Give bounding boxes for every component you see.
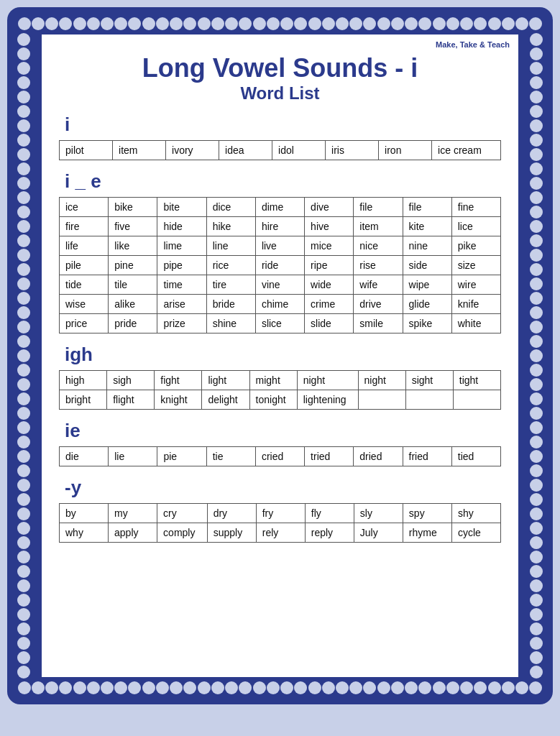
scallop-circle — [225, 17, 238, 30]
table-cell: mice — [305, 236, 354, 256]
scallop-circle — [530, 335, 543, 348]
scallop-circle — [433, 17, 446, 30]
scallop-circle — [73, 17, 86, 30]
table-cell: file — [354, 198, 403, 217]
table-cell: arise — [157, 295, 206, 314]
table-cell: night — [358, 371, 405, 390]
scallop-circle — [530, 234, 543, 247]
scallop-circle — [17, 191, 30, 204]
scallop-circle — [530, 33, 543, 46]
table-cell: wire — [451, 275, 500, 295]
table-cell: dried — [354, 447, 403, 466]
scallop-circle — [17, 76, 30, 89]
scallop-circle — [530, 277, 543, 290]
table-cell: rhyme — [403, 523, 451, 543]
scallop-circle — [17, 407, 30, 420]
scallop-circle — [17, 220, 30, 233]
table-cell: iris — [326, 141, 379, 160]
scallop-circle — [17, 162, 30, 175]
scallop-circle — [17, 579, 30, 592]
scallop-circle — [17, 349, 30, 362]
brand-label: Make, Take & Teach — [436, 40, 510, 49]
table-cell: price — [60, 314, 109, 334]
table-cell: die — [60, 447, 109, 466]
scallop-circle — [17, 277, 30, 290]
scallop-circle — [17, 148, 30, 161]
scallop-circle — [17, 292, 30, 305]
table-cell: July — [354, 523, 403, 543]
scallop-circle — [17, 134, 30, 147]
table-cell: item — [113, 141, 166, 160]
scallop-circle — [18, 681, 31, 694]
table-cell: iron — [379, 141, 432, 160]
scallop-circle — [17, 263, 30, 276]
table-cell: cycle — [451, 523, 500, 543]
scallop-circle — [502, 17, 515, 30]
table-cell: dive — [305, 198, 354, 217]
table-cell: wide — [305, 275, 354, 295]
table-cell: pine — [109, 256, 157, 275]
table-row: icebikebitedicedimedivefilefilefine — [60, 198, 501, 217]
table-cell: pile — [60, 256, 109, 275]
scallop-circle — [474, 17, 487, 30]
scallop-circle — [17, 479, 30, 492]
scallop-circle — [530, 594, 543, 607]
scallop-circle — [530, 407, 543, 420]
table-cell: fried — [403, 447, 451, 466]
table-cell: hide — [157, 217, 206, 236]
scallop-circle — [529, 17, 542, 30]
table-cell: size — [451, 256, 500, 275]
table-cell: cry — [157, 504, 208, 523]
scallop-circle — [418, 17, 431, 30]
table-cell: fight — [155, 371, 202, 390]
table-cell: lie — [109, 447, 157, 466]
scallop-circle — [17, 392, 30, 405]
table-cell: slide — [305, 314, 354, 334]
scallop-circle — [114, 17, 127, 30]
scallop-circle — [198, 681, 211, 694]
scallop-circle — [488, 681, 501, 694]
scallop-circle — [87, 681, 100, 694]
scallop-circle — [211, 17, 224, 30]
table-row: bymycrydryfryflyslyspyshy — [60, 504, 501, 523]
table-cell: wise — [60, 295, 109, 314]
scallop-circle — [529, 681, 542, 694]
scallop-circle — [45, 681, 58, 694]
scallop-circle — [239, 17, 252, 30]
scallop-circle — [87, 17, 100, 30]
table-cell: drive — [354, 295, 403, 314]
scallop-circle — [17, 608, 30, 621]
table-cell: lime — [157, 236, 206, 256]
scallop-circle — [530, 565, 543, 578]
scallop-circle — [128, 17, 141, 30]
scallop-circle — [530, 522, 543, 535]
scallop-bottom — [17, 681, 543, 694]
table-cell: shine — [206, 314, 255, 334]
scallop-circle — [17, 378, 30, 391]
scallop-circle — [17, 450, 30, 463]
scallop-circle — [17, 436, 30, 448]
scallop-circle — [17, 507, 30, 520]
scallop-circle — [253, 17, 266, 30]
table-cell: ice cream — [432, 141, 501, 160]
scallop-circle — [363, 681, 376, 694]
table-cell: tire — [206, 275, 255, 295]
scallop-circle — [17, 536, 30, 549]
table-cell: apply — [109, 523, 157, 543]
section-heading-igh: igh — [65, 344, 501, 366]
scallop-circle — [17, 335, 30, 348]
scallop-circle — [198, 17, 211, 30]
table-cell: pike — [451, 236, 500, 256]
table-cell: vine — [255, 275, 304, 295]
table-cell: nine — [403, 236, 451, 256]
scallop-circle — [17, 637, 30, 650]
scallop-circle — [405, 681, 418, 694]
scallop-circle — [530, 206, 543, 218]
table-cell: wife — [354, 275, 403, 295]
table-cell: dime — [255, 198, 304, 217]
scallop-circle — [530, 62, 543, 75]
scallop-circle — [17, 249, 30, 262]
table-cell: flight — [107, 390, 155, 410]
table-cell: high — [60, 371, 107, 390]
scallop-circle — [377, 681, 390, 694]
